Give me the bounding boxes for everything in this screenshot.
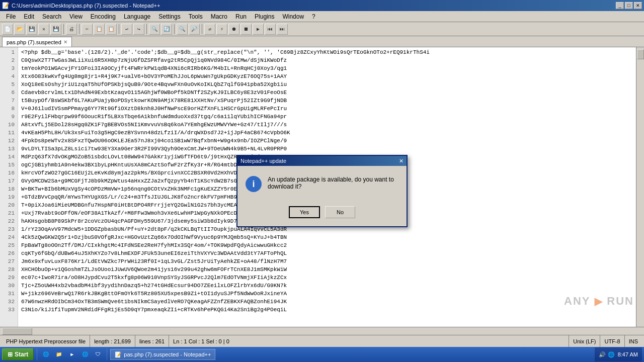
taskbar-shield-icon[interactable]: 🛡: [93, 349, 104, 360]
code-line[interactable]: V+0J61ludIVSsmPPmayg6YY7Rt9GfiOXztD8knh8…: [21, 105, 633, 113]
code-line[interactable]: tmYeokPO1WGAcvjFY1OFoi3IA9OCyjft4FWRrkPW…: [21, 64, 633, 72]
tray-icon-2[interactable]: 🌐: [608, 351, 615, 358]
menu-tools[interactable]: Tools: [185, 12, 207, 21]
code-line[interactable]: r9E2FyilFHbqrpw99f6OoucR1f5LBXsTbqe6A1kb…: [21, 113, 633, 121]
zoom-in-button[interactable]: 🔍: [177, 24, 188, 35]
dialog-no-button[interactable]: No: [325, 206, 355, 218]
code-line[interactable]: Jm6x9xfuvLuxF876Kr1/LdEtVWZkc7PrWHi23Rf0…: [21, 257, 633, 265]
code-line[interactable]: XoQ18eEsOshyjriU1zqaT5hUfOPSKbjsQuB9/9Ot…: [21, 80, 633, 88]
update-dialog: Notepad++ update ✕ i An update package i…: [236, 155, 408, 227]
close-button[interactable]: ✕: [634, 2, 642, 9]
tab-file[interactable]: pas.php (7).suspected ✕: [2, 37, 72, 47]
paste-button[interactable]: 📋: [106, 24, 117, 35]
toolbar: 📄 📂 💾 ✕ 💾 🖨 ✂ 📋 📋 ↩ ↪ 🔍 🔄 🔍 🔎 ⇌ ⚡ ⏺ ⏹ ▶ …: [0, 22, 644, 36]
macro-prev-button[interactable]: ⏮: [265, 24, 276, 35]
menu-bar: File Edit Search View Encoding Language …: [0, 11, 644, 22]
code-line[interactable]: Tjc+Z5oUWH4xb2vbadbM4ibf3yyd1hnDazq5+h27…: [21, 282, 633, 290]
maximize-button[interactable]: □: [625, 2, 633, 9]
replace-button[interactable]: 🔄: [161, 24, 172, 35]
scrollbar-thumb-v[interactable]: [637, 49, 644, 59]
open-button[interactable]: 📂: [14, 24, 25, 35]
macro-play-button[interactable]: ▶: [253, 24, 264, 35]
status-bar: PHP Hypertext Preprocessor file length :…: [0, 335, 644, 347]
find-button[interactable]: 🔍: [149, 24, 160, 35]
minimize-button[interactable]: _: [616, 2, 624, 9]
code-line[interactable]: ec07c+IwoR7ira/oO8HJypdCvu2T5kxfg8p06W91…: [21, 274, 633, 282]
zoom-out-button[interactable]: 🔎: [189, 24, 200, 35]
copy-button[interactable]: 📋: [94, 24, 105, 35]
undo-button[interactable]: ↩: [121, 24, 132, 35]
code-line[interactable]: XHCHObuOp+v1QGoshmTZLJsOUooiJUwUV6QWoe2m…: [21, 265, 633, 274]
redo-button[interactable]: ↪: [133, 24, 144, 35]
taskbar-folder-icon[interactable]: 📁: [53, 349, 64, 360]
taskbar-sep: [37, 348, 37, 360]
menu-view[interactable]: View: [65, 12, 87, 21]
scrollbar-thumb-h[interactable]: [2, 328, 32, 335]
macro-next-button[interactable]: ⏭: [277, 24, 288, 35]
code-line[interactable]: W+j1kz696VeBrwQ17R6rkJBKgBttOFmOYk6T5Rz8…: [21, 290, 633, 298]
line-number: 10: [3, 121, 15, 129]
code-line[interactable]: C3Nio/kiJ1fiTupmV2NRdidFFgR1jEs5D9qY7pmx…: [21, 306, 633, 314]
code-line[interactable]: cqKTy6fGbQ/dUBw64uJ5XhKYZo7v8LhmEXDFJFUk…: [21, 249, 633, 257]
line-number: 24: [3, 233, 15, 241]
line-number: 22: [3, 217, 15, 225]
line-number: 5: [3, 80, 15, 88]
code-line[interactable]: C0QswX2T7TwGas3WLiiXui6R5XH8p7zNjUGfDZSF…: [21, 56, 633, 64]
status-length-text: length : 21,699: [94, 338, 131, 344]
taskbar-notepad-btn[interactable]: 📝 pas.php (7).suspected - Notepad++: [110, 349, 215, 360]
cut-button[interactable]: ✂: [82, 24, 93, 35]
macro-rec-button[interactable]: ⏺: [228, 24, 239, 35]
taskbar-chrome-icon[interactable]: 🌐: [79, 349, 91, 360]
scrollbar-vertical[interactable]: [636, 47, 644, 327]
menu-window[interactable]: Window: [278, 12, 308, 21]
dialog-yes-button[interactable]: Yes: [289, 206, 320, 218]
menu-run[interactable]: Run: [231, 12, 251, 21]
code-line[interactable]: 9vLDYLTISa3pLZ8Lsici7tw93EY3Xa9Ger3R2FI9…: [21, 145, 633, 153]
save-all-button[interactable]: 💾: [50, 24, 61, 35]
taskbar-app-label: pas.php (7).suspected - Notepad++: [124, 351, 211, 357]
new-button[interactable]: 📄: [2, 24, 13, 35]
menu-plugins[interactable]: Plugins: [251, 12, 278, 21]
code-line[interactable]: Xtx6O83kwKvfg4Ug8mg8jr1+R4j9K7+ualV6+bOV…: [21, 72, 633, 80]
menu-file[interactable]: File: [2, 12, 20, 21]
menu-settings[interactable]: Settings: [154, 12, 184, 21]
tray-icon-1[interactable]: 🔊: [599, 351, 606, 358]
line-number: 23: [3, 225, 15, 233]
taskbar-media-icon[interactable]: ▶: [66, 349, 77, 360]
tab-close-button[interactable]: ✕: [63, 39, 67, 45]
tab-label: pas.php (7).suspected: [7, 39, 61, 45]
code-line[interactable]: Cdaevb8crvlmLtx1DhAdN49ExbtKzaqvO115AGhj…: [21, 88, 633, 97]
wrap-button[interactable]: ⇌: [204, 24, 215, 35]
code-line[interactable]: 4FpkDs8peWTv2x8SFxzTQwOU06oOKLEJEa57nJ8x…: [21, 137, 633, 145]
editor-area: 1234567891011121314151617181920212223242…: [0, 47, 644, 335]
toolbar-sep-6: [202, 24, 202, 34]
watermark: ANY ▶ RUN: [564, 293, 634, 310]
menu-edit[interactable]: Edit: [20, 12, 38, 21]
code-line[interactable]: A8txVfLj5EDol28sHgq0ZK1F7gBEBVOs5NI1Kmvv…: [21, 121, 633, 129]
menu-help[interactable]: ?: [308, 12, 319, 21]
menu-encoding[interactable]: Encoding: [87, 12, 120, 21]
dialog-close-icon[interactable]: ✕: [399, 158, 404, 164]
line-number: 27: [3, 257, 15, 265]
code-line[interactable]: t5BuypOf/BsWSKbf6L7AKuPUajyBoPDSytkowrKO…: [21, 97, 633, 105]
status-encoding: UTF-8: [600, 335, 624, 347]
code-line[interactable]: 67W6nwzHRdOIbCm34OxTB3mSWmQve6t1bsNIkmCS…: [21, 298, 633, 306]
menu-search[interactable]: Search: [38, 12, 65, 21]
print-button[interactable]: 🖨: [66, 24, 77, 35]
code-line[interactable]: <?php $db__g='base'.(128/2).'_de'.'code'…: [21, 48, 633, 56]
status-filetype: PHP Hypertext Preprocessor file: [2, 335, 90, 347]
syntax-button[interactable]: ⚡: [216, 24, 227, 35]
scrollbar-horizontal[interactable]: [0, 327, 644, 335]
menu-macro[interactable]: Macro: [207, 12, 231, 21]
menu-language[interactable]: Language: [120, 12, 154, 21]
code-line[interactable]: 4Ck5zQwGKW2Q5r1+DzjbuS0VOfgRJxc+HGOvUztZ…: [21, 233, 633, 241]
close-file-button[interactable]: ✕: [38, 24, 49, 35]
save-button[interactable]: 💾: [26, 24, 37, 35]
code-line[interactable]: FpBaWTg8oOOn2Tf/DMJ/CIxkhgtMc4IFdNSEe2Re…: [21, 241, 633, 249]
taskbar-ie-icon[interactable]: 🌐: [40, 349, 51, 360]
line-number: 6: [3, 88, 15, 97]
code-line[interactable]: 4vKEaH5PhL8H/Uk3xsFuiTo3g5HgC9ezBYSvnn48…: [21, 129, 633, 137]
macro-stop-button[interactable]: ⏹: [240, 24, 252, 35]
status-lines: lines : 261: [135, 335, 169, 347]
start-button[interactable]: ⊞ Start: [2, 348, 34, 360]
